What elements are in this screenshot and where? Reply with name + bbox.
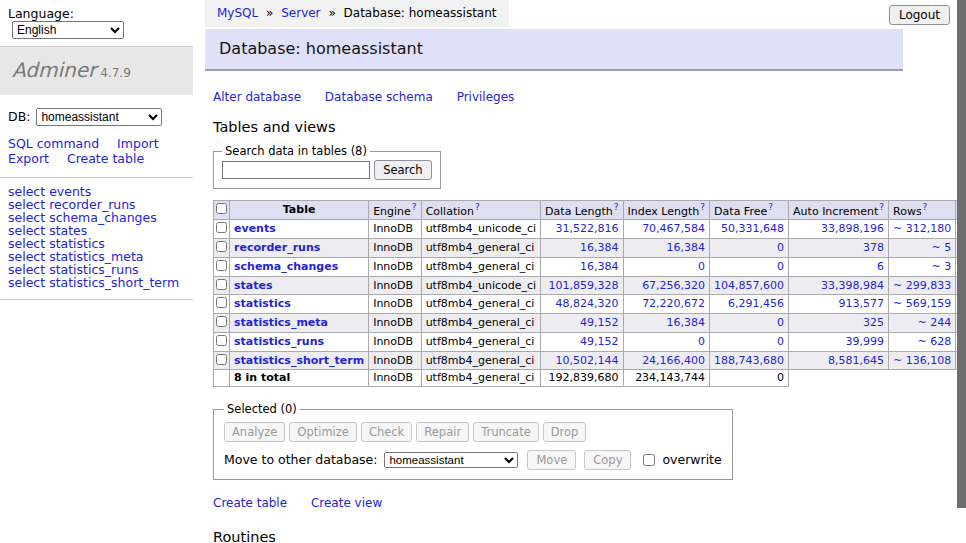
data-free-value[interactable]: 104,857,600 — [714, 279, 784, 292]
data-free-value[interactable]: 0 — [777, 260, 784, 273]
auto-increment-value[interactable]: 39,999 — [846, 335, 885, 348]
data-length-value[interactable]: 49,152 — [580, 335, 619, 348]
row-checkbox[interactable] — [216, 260, 227, 271]
language-select[interactable]: English — [12, 21, 124, 39]
drop-button[interactable]: Drop — [543, 422, 587, 442]
privileges-link[interactable]: Privileges — [457, 90, 515, 104]
rows-value[interactable]: ~ 136,108 — [893, 354, 951, 367]
help-link[interactable]: ? — [700, 202, 705, 212]
index-length-value[interactable]: 16,384 — [667, 241, 706, 254]
row-checkbox[interactable] — [216, 279, 227, 290]
data-free-cell: 50,331,648 — [710, 220, 789, 239]
index-length-cell: 67,256,320 — [623, 276, 710, 295]
data-length-value[interactable]: 101,859,328 — [549, 279, 619, 292]
rows-value[interactable]: ~ 628 — [917, 335, 951, 348]
table-name-link[interactable]: statistics_meta — [234, 316, 328, 329]
table-link[interactable]: statistics_short_term — [49, 275, 179, 290]
data-free-value[interactable]: 50,331,648 — [721, 222, 784, 235]
scrollbar-thumb[interactable] — [957, 0, 966, 508]
row-checkbox[interactable] — [216, 316, 227, 327]
data-length-value[interactable]: 16,384 — [580, 241, 619, 254]
rows-value[interactable]: ~ 312,180 — [893, 222, 951, 235]
import-link[interactable]: Import — [117, 137, 159, 152]
auto-increment-value[interactable]: 913,577 — [839, 297, 885, 310]
table-name-link[interactable]: statistics_runs — [234, 335, 324, 348]
search-input[interactable] — [222, 161, 370, 179]
index-length-value[interactable]: 0 — [698, 335, 705, 348]
table-name-cell: events — [230, 220, 369, 239]
truncate-button[interactable]: Truncate — [473, 422, 539, 442]
search-button[interactable]: Search — [374, 160, 432, 180]
data-free-value[interactable]: 6,291,456 — [728, 297, 784, 310]
logout-button[interactable]: Logout — [889, 5, 950, 25]
create-table-link-sidebar[interactable]: Create table — [67, 152, 144, 167]
data-free-value[interactable]: 0 — [777, 335, 784, 348]
index-length-value[interactable]: 70,467,584 — [642, 222, 705, 235]
index-length-value[interactable]: 67,256,320 — [642, 279, 705, 292]
help-link[interactable]: ? — [614, 202, 619, 212]
alter-database-link[interactable]: Alter database — [213, 90, 301, 104]
row-checkbox[interactable] — [216, 297, 227, 308]
data-free-value[interactable]: 188,743,680 — [714, 354, 784, 367]
rows-value[interactable]: ~ 5 — [931, 241, 951, 254]
table-name-link[interactable]: statistics — [234, 297, 291, 310]
help-link[interactable]: ? — [923, 202, 928, 212]
table-name-link[interactable]: recorder_runs — [234, 241, 320, 254]
tables-heading: Tables and views — [213, 119, 903, 135]
check-button[interactable]: Check — [361, 422, 412, 442]
row-checkbox[interactable] — [216, 222, 227, 233]
auto-increment-value[interactable]: 33,398,984 — [821, 279, 884, 292]
rows-value[interactable]: ~ 299,833 — [893, 279, 951, 292]
row-checkbox[interactable] — [216, 354, 227, 365]
auto-increment-value[interactable]: 6 — [877, 260, 884, 273]
move-button[interactable]: Move — [527, 450, 576, 470]
help-link[interactable]: ? — [768, 202, 773, 212]
data-length-value[interactable]: 49,152 — [580, 316, 619, 329]
sql-command-link[interactable]: SQL command — [8, 137, 99, 152]
rows-value[interactable]: ~ 3 — [931, 260, 951, 273]
breadcrumb-server[interactable]: Server — [281, 6, 320, 20]
index-length-value[interactable]: 16,384 — [667, 316, 706, 329]
auto-increment-value[interactable]: 8,581,645 — [828, 354, 884, 367]
overwrite-checkbox[interactable] — [643, 454, 655, 466]
table-name-link[interactable]: states — [234, 279, 273, 292]
auto-increment-value[interactable]: 33,898,196 — [821, 222, 884, 235]
copy-button[interactable]: Copy — [584, 450, 631, 470]
create-view-link[interactable]: Create view — [311, 496, 382, 510]
select-all-checkbox[interactable] — [216, 203, 227, 214]
help-link[interactable]: ? — [475, 202, 480, 212]
rows-value[interactable]: ~ 569,159 — [893, 297, 951, 310]
breadcrumb-mysql[interactable]: MySQL — [217, 6, 258, 20]
data-length-value[interactable]: 48,824,320 — [556, 297, 619, 310]
help-link[interactable]: ? — [412, 202, 417, 212]
data-free-value[interactable]: 0 — [777, 316, 784, 329]
data-length-value[interactable]: 31,522,816 — [556, 222, 619, 235]
table-name-link[interactable]: events — [234, 222, 276, 235]
analyze-button[interactable]: Analyze — [224, 422, 285, 442]
db-select[interactable]: homeassistant — [36, 108, 162, 126]
help-link[interactable]: ? — [879, 202, 884, 212]
create-table-link[interactable]: Create table — [213, 496, 287, 510]
rows-value[interactable]: ~ 244 — [917, 316, 951, 329]
repair-button[interactable]: Repair — [416, 422, 469, 442]
auto-increment-value[interactable]: 378 — [863, 241, 884, 254]
table-name-link[interactable]: statistics_short_term — [234, 354, 364, 367]
optimize-button[interactable]: Optimize — [289, 422, 357, 442]
database-schema-link[interactable]: Database schema — [325, 90, 433, 104]
total-engine: InnoDB — [369, 370, 421, 387]
move-db-select[interactable]: homeassistant — [384, 452, 518, 468]
row-checkbox[interactable] — [216, 241, 227, 252]
export-link[interactable]: Export — [8, 152, 49, 167]
auto-increment-value[interactable]: 325 — [863, 316, 884, 329]
index-length-value[interactable]: 72,220,672 — [642, 297, 705, 310]
index-length-value[interactable]: 24,166,400 — [642, 354, 705, 367]
index-length-value[interactable]: 0 — [698, 260, 705, 273]
table-name-link[interactable]: schema_changes — [234, 260, 338, 273]
data-free-value[interactable]: 0 — [777, 241, 784, 254]
data-length-value[interactable]: 10,502,144 — [556, 354, 619, 367]
select-link[interactable]: select — [8, 275, 45, 290]
data-length-value[interactable]: 16,384 — [580, 260, 619, 273]
row-checkbox[interactable] — [216, 335, 227, 346]
brand-version: 4.7.9 — [100, 66, 131, 80]
scrollbar[interactable] — [957, 0, 966, 543]
